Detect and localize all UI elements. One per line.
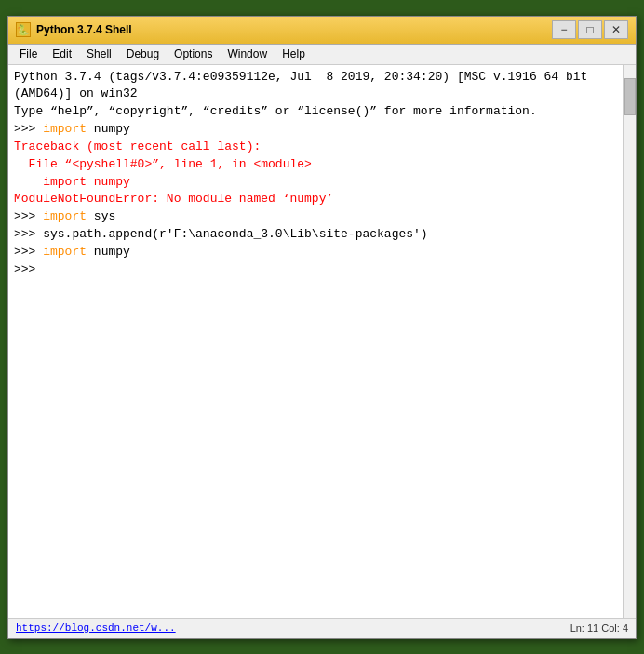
output-line-10: >>> sys.path.append(r'F:\anaconda_3.0\Li… — [14, 226, 630, 244]
menu-debug[interactable]: Debug — [119, 46, 167, 62]
output-line-5: Traceback (most recent call last): — [14, 139, 630, 156]
output-line-12: >>> — [14, 261, 630, 279]
menu-file[interactable]: File — [12, 46, 45, 62]
shell-output[interactable]: Python 3.7.4 (tags/v3.7.4:e09359112e, Ju… — [8, 65, 636, 618]
window-controls: − □ ✕ — [552, 20, 628, 39]
status-bar: https://blog.csdn.net/w... Ln: 11 Col: 4 — [8, 618, 636, 638]
scrollbar-track[interactable] — [623, 65, 636, 618]
output-line-7: import numpy — [14, 174, 630, 192]
menu-options[interactable]: Options — [167, 46, 220, 62]
scrollbar-thumb[interactable] — [624, 78, 636, 115]
output-line-9: >>> import sys — [14, 208, 630, 226]
maximize-button[interactable]: □ — [578, 20, 602, 39]
menu-bar: File Edit Shell Debug Options Window Hel… — [8, 45, 636, 65]
output-line-11: >>> import numpy — [14, 244, 630, 261]
menu-shell[interactable]: Shell — [79, 46, 119, 62]
title-bar: 🐍 Python 3.7.4 Shell − □ ✕ — [8, 17, 636, 45]
minimize-button[interactable]: − — [552, 20, 576, 39]
window-title: Python 3.7.4 Shell — [36, 23, 552, 36]
output-line-8: ModuleNotFoundError: No module named ‘nu… — [14, 191, 630, 208]
python-shell-window: 🐍 Python 3.7.4 Shell − □ ✕ File Edit She… — [7, 16, 637, 639]
output-line-3: Type “help”, “copyright”, “credits” or “… — [14, 103, 630, 121]
output-line-2: (AMD64)] on win32 — [14, 86, 630, 103]
status-link[interactable]: https://blog.csdn.net/w... — [16, 622, 176, 634]
cursor-position: Ln: 11 Col: 4 — [570, 622, 628, 634]
output-line-6: File “<pyshell#0>”, line 1, in <module> — [14, 156, 630, 174]
menu-help[interactable]: Help — [275, 46, 313, 62]
menu-edit[interactable]: Edit — [45, 46, 79, 62]
menu-window[interactable]: Window — [220, 46, 275, 62]
output-line-1: Python 3.7.4 (tags/v3.7.4:e09359112e, Ju… — [14, 69, 630, 87]
window-icon: 🐍 — [16, 22, 31, 37]
output-line-4: >>> import numpy — [14, 121, 630, 139]
close-button[interactable]: ✕ — [604, 20, 628, 39]
